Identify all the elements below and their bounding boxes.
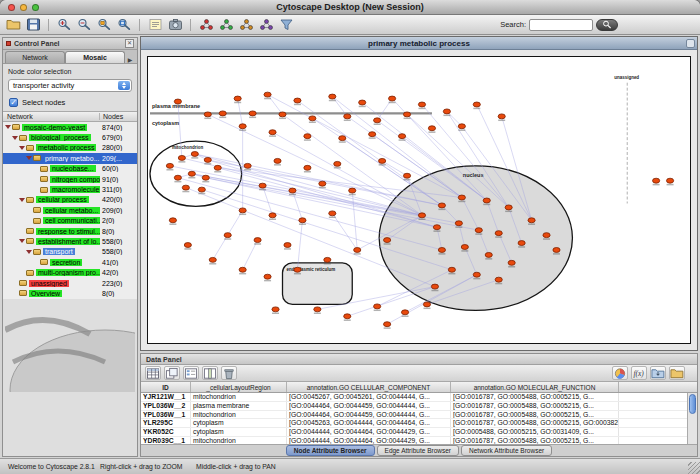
network-node[interactable] [384,322,391,327]
network-node[interactable] [418,102,425,107]
select-nodes-checkbox[interactable]: ✓ [9,98,18,107]
network-node[interactable] [264,274,271,279]
network-window-titlebar[interactable]: primary metabolic process [141,37,697,50]
table-row[interactable]: YKR052Ccytoplasm[GO:0044444, GO:0044464,… [141,428,687,437]
network-node[interactable] [304,165,311,170]
expander-icon[interactable] [19,239,26,243]
network-node[interactable] [428,126,435,131]
tab-edge-attribute-browser[interactable]: Edge Attribute Browser [377,445,459,456]
network-node[interactable] [174,99,181,104]
tree-row-nucleobase[interactable]: nucleobase...60(0) [3,164,137,174]
network-node[interactable] [344,314,351,319]
table-icon[interactable] [145,366,161,380]
select-attributes-icon[interactable] [183,366,199,380]
network-node[interactable] [495,231,502,236]
search-input[interactable] [529,19,593,31]
zoom-in-icon[interactable] [55,17,73,33]
network-node[interactable] [279,112,286,117]
network-node[interactable] [198,187,205,192]
new-network-icon[interactable] [217,17,235,33]
network-node[interactable] [528,218,535,223]
tab-mosaic[interactable]: Mosaic [65,51,125,63]
network-node[interactable] [188,171,195,176]
network-node[interactable] [269,213,276,218]
network-node[interactable] [473,102,480,107]
network-node[interactable] [202,175,209,180]
attribute-file-icon[interactable] [669,366,685,380]
network-node[interactable] [204,157,211,162]
float-panel-icon[interactable] [6,41,11,46]
network-node[interactable] [369,132,376,137]
zoom-selected-icon[interactable] [95,17,113,33]
zoom-fit-icon[interactable] [115,17,133,33]
network-node[interactable] [324,257,331,262]
window-titlebar[interactable]: Cytoscape Desktop (New Session) [0,0,700,15]
network-node[interactable] [423,302,430,307]
expander-icon[interactable] [26,250,33,254]
copy-icon[interactable] [164,366,180,380]
network-node[interactable] [401,310,408,315]
network-node[interactable] [448,267,455,272]
network-node[interactable] [314,307,321,312]
new-attribute-icon[interactable] [202,366,218,380]
network-node[interactable] [329,211,336,216]
network-window-close-icon[interactable] [686,39,695,48]
network-node[interactable] [498,114,505,119]
tree-row-nitrogen-compo[interactable]: nitrogen compo...91(0) [3,174,137,184]
column-header-annotation-go-molecular-function[interactable]: annotation.GO MOLECULAR_FUNCTION [451,382,619,392]
open-icon[interactable] [4,17,22,33]
network-node[interactable] [178,155,185,160]
network-node[interactable] [239,124,246,129]
network-node[interactable] [344,114,351,119]
tree-row-macromolecule[interactable]: macromolecule...311(0) [3,184,137,194]
network-node[interactable] [389,96,396,101]
annotation-icon[interactable] [146,17,164,33]
tree-row-secretion[interactable]: secretion41(0) [3,257,137,267]
network-node[interactable] [354,248,361,253]
network-node[interactable] [431,284,438,289]
table-row[interactable]: YPL036W__1mitochondrion[GO:0044464, GO:0… [141,411,687,420]
network-node[interactable] [339,136,346,141]
scrollbar-thumb[interactable] [689,394,696,414]
expander-icon[interactable] [19,146,26,150]
data-panel-header[interactable]: Data Panel [141,354,697,365]
tree-row-primary-metabo[interactable]: primary metabo...209(... [3,153,137,163]
network-node[interactable] [259,183,266,188]
save-icon[interactable] [24,17,42,33]
network-node[interactable] [289,188,296,193]
network-node[interactable] [433,225,440,230]
tree-row-transport[interactable]: transport558(0) [3,247,137,257]
network-node[interactable] [475,228,482,233]
network-node[interactable] [184,243,191,248]
network-node[interactable] [553,248,560,253]
network-node[interactable] [272,307,279,312]
network-node[interactable] [284,243,291,248]
network-node[interactable] [334,161,341,166]
resize-grip[interactable] [688,462,700,474]
tree-row-response-to-stimul[interactable]: response to stimul...8(0) [3,226,137,236]
search-button[interactable] [596,19,618,31]
network-node[interactable] [319,181,326,186]
network-node[interactable] [518,241,525,246]
network-canvas[interactable]: plasma membrane cytoplasm mitochondrion … [148,57,690,343]
table-scrollbar[interactable] [687,393,697,444]
network-node[interactable] [461,245,468,250]
network-node[interactable] [508,260,515,265]
network-node[interactable] [204,112,211,117]
network-node[interactable] [299,218,306,223]
pie-chart-icon[interactable] [612,366,628,380]
tree-row-cell-communicati[interactable]: cell communicati...2(0) [3,216,137,226]
network-node[interactable] [254,238,261,243]
network-node[interactable] [458,195,465,200]
network-node[interactable] [239,267,246,272]
network-node[interactable] [224,233,231,238]
network-node[interactable] [495,277,502,282]
network-node[interactable] [329,94,336,99]
column-header-annotation-go-cellular-component[interactable]: annotation.GO CELLULAR_COMPONENT [287,382,451,392]
network-node[interactable] [443,109,450,114]
tree-row-biological-process[interactable]: biological_process679(0) [3,132,137,142]
network-node[interactable] [473,272,480,277]
network-node[interactable] [403,112,410,117]
network-node[interactable] [666,178,673,183]
network-from-selection-icon[interactable] [237,17,255,33]
